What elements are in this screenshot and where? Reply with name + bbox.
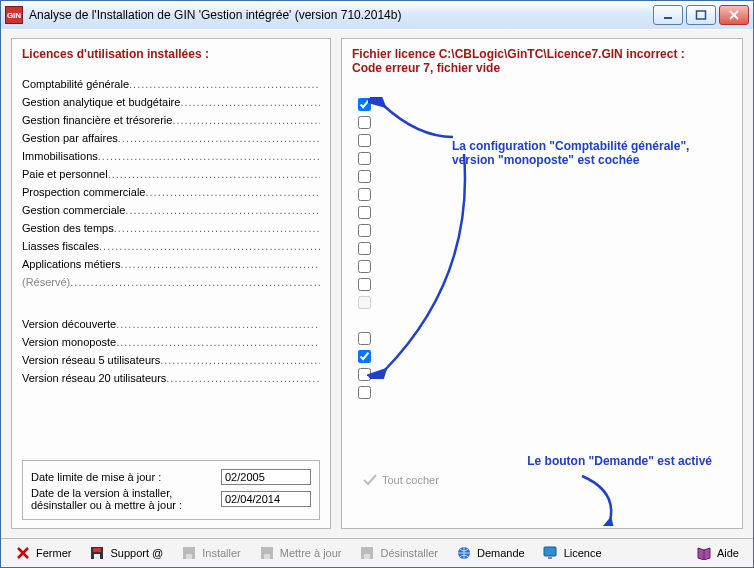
modules-list: Comptabilité généraleGestion analytique … [22,75,320,291]
svg-rect-13 [548,557,552,559]
checkall-icon [362,472,378,488]
tout-cocher-button: Tout cocher [362,472,439,488]
version-row: Version réseau 20 utilisateurs [22,369,320,387]
module-label: (Réservé) [22,276,320,288]
desinstaller-button: Désinstaller [353,543,443,563]
module-checkbox[interactable] [358,386,371,399]
module-label: Paie et personnel [22,168,320,180]
version-label: Version réseau 20 utilisateurs [22,372,320,384]
licences-panel: Licences d'utilisation installées : Comp… [11,38,331,529]
version-label: Version monoposte [22,336,320,348]
fermer-button[interactable]: Fermer [9,543,77,563]
module-label: Applications métiers [22,258,320,270]
globe-icon [456,545,472,561]
module-label: Comptabilité générale [22,78,320,90]
installer-button: Installer [175,543,247,563]
support-label: Support @ [110,547,163,559]
date-limit-label: Date limite de mise à jour : [31,471,221,483]
minimize-button[interactable] [653,5,683,25]
book-icon [696,545,712,561]
version-row: Version découverte [22,315,320,333]
arrow-icon [368,97,458,147]
licence-button[interactable]: Licence [537,543,608,563]
demande-label: Demande [477,547,525,559]
fermer-label: Fermer [36,547,71,559]
module-label: Gestion des temps [22,222,320,234]
error-line-1: Fichier licence C:\CBLogic\GinTC\Licence… [352,47,732,61]
module-label: Immobilisations [22,150,320,162]
module-row: Gestion analytique et budgétaire [22,93,320,111]
checkbox-row [354,383,374,401]
svg-rect-3 [93,548,101,552]
tout-cocher-label: Tout cocher [382,474,439,486]
floppy-icon [89,545,105,561]
licences-title: Licences d'utilisation installées : [22,47,320,61]
module-label: Gestion financière et trésorerie [22,114,320,126]
module-row: (Réservé) [22,273,320,291]
app-window: GIN Analyse de l'Installation de GIN 'Ge… [0,0,754,568]
demande-button[interactable]: Demande [450,543,531,563]
module-row: Comptabilité générale [22,75,320,93]
window-title: Analyse de l'Installation de GIN 'Gestio… [29,8,653,22]
module-row: Gestion financière et trésorerie [22,111,320,129]
error-line-2: Code erreur 7, fichier vide [352,61,732,75]
version-row: Version monoposte [22,333,320,351]
module-row: Gestion par affaires [22,129,320,147]
module-label: Gestion analytique et budgétaire [22,96,320,108]
floppy-icon [259,545,275,561]
version-label: Version découverte [22,318,320,330]
svg-rect-1 [697,11,706,19]
monitor-icon [543,545,559,561]
version-row: Version réseau 5 utilisateurs [22,351,320,369]
aide-button[interactable]: Aide [690,543,745,563]
date-limit-field[interactable] [221,469,311,485]
arrow-icon [572,471,632,526]
toolbar: Fermer Support @ Installer Mettre à jour… [1,538,753,567]
module-row: Prospection commerciale [22,183,320,201]
app-icon: GIN [5,6,23,24]
svg-rect-8 [264,554,270,559]
date-install-field[interactable] [221,491,311,507]
module-label: Gestion par affaires [22,132,320,144]
module-label: Prospection commerciale [22,186,320,198]
date-install-label: Date de la version à installer, désinsta… [31,487,221,511]
module-row: Liasses fiscales [22,237,320,255]
maximize-button[interactable] [686,5,716,25]
annotation-config: La configuration "Comptabilité générale"… [452,139,689,167]
floppy-icon [181,545,197,561]
close-icon [15,545,31,561]
module-row: Gestion commerciale [22,201,320,219]
close-button[interactable] [719,5,749,25]
arrow-icon [364,149,484,379]
installer-label: Installer [202,547,241,559]
module-row: Paie et personnel [22,165,320,183]
version-label: Version réseau 5 utilisateurs [22,354,320,366]
maj-button: Mettre à jour [253,543,348,563]
maj-label: Mettre à jour [280,547,342,559]
desinstaller-label: Désinstaller [380,547,437,559]
licence-label: Licence [564,547,602,559]
floppy-icon [359,545,375,561]
module-row: Immobilisations [22,147,320,165]
versions-list: Version découverteVersion monoposteVersi… [22,315,320,387]
support-button[interactable]: Support @ [83,543,169,563]
svg-rect-10 [364,554,370,559]
module-label: Gestion commerciale [22,204,320,216]
module-row: Applications métiers [22,255,320,273]
svg-rect-4 [94,554,100,559]
annotation-demande: Le bouton "Demande" est activé [527,454,712,468]
svg-rect-0 [664,17,672,19]
aide-label: Aide [717,547,739,559]
status-panel: Fichier licence C:\CBLogic\GinTC\Licence… [341,38,743,529]
svg-rect-12 [544,547,556,556]
module-row: Gestion des temps [22,219,320,237]
titlebar: GIN Analyse de l'Installation de GIN 'Ge… [1,1,753,30]
svg-rect-6 [186,554,192,559]
module-label: Liasses fiscales [22,240,320,252]
dates-box: Date limite de mise à jour : Date de la … [22,460,320,520]
